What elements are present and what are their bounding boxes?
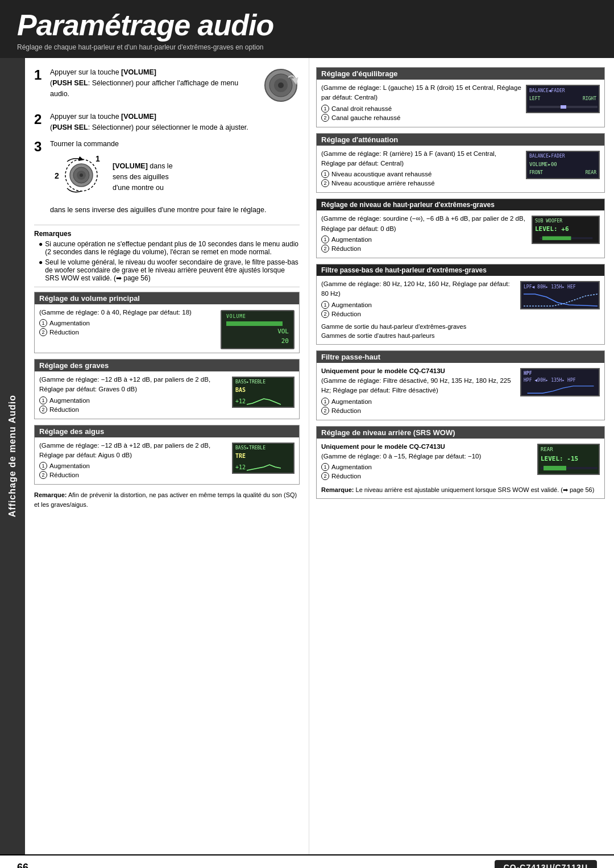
hpf-range: (Gamme de réglage: Filtre désactivé, 90 …	[321, 377, 511, 394]
page-subtitle: Réglage de chaque haut-parleur et d'un h…	[17, 43, 597, 51]
sub-lpf-item-2: 2Réduction	[321, 309, 516, 319]
step-3: 3 Tourner la commande 2	[34, 139, 300, 216]
section-hpf-header: Filtre passe-haut	[317, 351, 604, 363]
attenuation-item-2: 2Niveau acoustique arrière rehaussé	[321, 179, 521, 188]
section-volume-header: Réglage du volume principal	[35, 292, 299, 304]
equilibrage-screen: BALANCE◀FADER LEFTRIGHT	[526, 83, 600, 113]
svg-point-10	[80, 173, 83, 177]
hpf-subtitle: Uniquement pour le modèle CQ-C7413U	[321, 366, 516, 376]
page-title: Paramétrage audio	[17, 10, 597, 40]
remarks-title: Remarques	[34, 230, 300, 238]
volume-range: (Gamme de réglage: 0 à 40, Réglage par d…	[39, 309, 192, 316]
sidebar-label: Affichage de menu Audio	[7, 395, 18, 517]
volume-item-1: 1Augmentation	[39, 319, 216, 328]
attenuation-screen: BALANCE▸FADER VOLUME▸00 FRONTREAR	[526, 149, 600, 179]
equilibrage-range: (Gamme de réglage: L (gauche) 15 à R (dr…	[321, 84, 521, 101]
svg-point-3	[278, 82, 284, 88]
svg-rect-16	[544, 466, 566, 470]
step-1: 1 Appuyer sur la touche [VOLUME] (PUSH S…	[34, 67, 300, 106]
aigus-item-2: 2Réduction	[39, 470, 227, 480]
sidebar: Affichage de menu Audio	[0, 58, 25, 854]
model-badge: CQ-C7413U/C7113U	[495, 860, 597, 868]
section-graves: Réglage des graves (Gamme de réglage: −1…	[34, 359, 300, 419]
steps-section: 1 Appuyer sur la touche [VOLUME] (PUSH S…	[34, 67, 300, 216]
svg-rect-14	[542, 236, 571, 240]
rear-note: Remarque: Le niveau arrière est ajustabl…	[321, 485, 600, 495]
section-attenuation-body: (Gamme de réglage: R (arrière) 15 à F (a…	[317, 146, 604, 193]
page-footer: 66 CQ-C7413U/C7113U	[0, 854, 614, 868]
lpf-screen: LPF◀ 80H▸ 135H▸ HEF	[520, 279, 600, 309]
hpf-item-2: 2Réduction	[321, 406, 516, 415]
equilibrage-item-2: 2Canal gauche rehaussé	[321, 113, 521, 122]
graves-screen: BASS▸TREBLE BAS +12	[232, 375, 294, 408]
right-column: Réglage d'équilibrage (Gamme de réglage:…	[309, 58, 614, 854]
section-subwoofer-lpf-body: (Gamme de réglage: 80 Hz, 120 Hz, 160 Hz…	[317, 276, 604, 344]
equilibrage-item-1: 1Canal droit rehaussé	[321, 104, 521, 113]
svg-text:2: 2	[55, 171, 59, 180]
remark-2-text: Seul le volume général, le niveau du woo…	[45, 258, 300, 282]
main-layout: Affichage de menu Audio 1 Appuyer sur la…	[0, 58, 614, 854]
step-3-text-detail: [VOLUME] dans lesens des aiguillesd'une …	[113, 161, 173, 193]
left-column: 1 Appuyer sur la touche [VOLUME] (PUSH S…	[25, 58, 309, 854]
section-subwoofer-level-header: Réglage de niveau de haut-parleur d'extr…	[317, 199, 604, 210]
rear-screen: REAR LEVEL: -15	[537, 442, 600, 475]
section-aigus: Réglage des aigus (Gamme de réglage: −12…	[34, 425, 300, 485]
hpf-item-1: 1Augmentation	[321, 397, 516, 406]
sub-level-item-2: 2Réduction	[321, 244, 527, 253]
rear-range: (Gamme de réglage: 0 à −15, Réglage par …	[321, 453, 481, 460]
sub-lpf-item-1: 1Augmentation	[321, 300, 516, 309]
step-2-content: Appuyer sur la touche [VOLUME] (PUSH SEL…	[50, 111, 300, 133]
section-attenuation-header: Réglage d'atténuation	[317, 134, 604, 146]
rear-subtitle: Uniquement pour le modèle CQ-C7413U	[321, 442, 533, 452]
section-rear-level: Réglage de niveau arrière (SRS WOW) Uniq…	[316, 426, 605, 499]
volume-screen: VOLUME VOL20	[221, 308, 294, 349]
graves-range: (Gamme de réglage: −12 dB à +12 dB, par …	[39, 376, 210, 392]
sub-level-range: (Gamme de réglage: sourdine (−∞), −6 dB …	[321, 215, 525, 232]
rear-item-1: 1Augmentation	[321, 462, 533, 472]
graves-item-1: 1Augmentation	[39, 396, 227, 405]
rear-item-2: 2Réduction	[321, 472, 533, 481]
section-volume-body: (Gamme de réglage: 0 à 40, Réglage par d…	[35, 304, 299, 353]
section-hpf-body: Uniquement pour le modèle CQ-C7413U (Gam…	[317, 363, 604, 420]
page-number: 66	[17, 862, 28, 869]
section-rear-level-header: Réglage de niveau arrière (SRS WOW)	[317, 427, 604, 439]
attenuation-range: (Gamme de réglage: R (arrière) 15 à F (a…	[321, 150, 496, 167]
section-subwoofer-level-body: (Gamme de réglage: sourdine (−∞), −6 dB …	[317, 210, 604, 258]
remark-1-text: Si aucune opération ne s'effectue pendan…	[45, 240, 300, 256]
section-aigus-body: (Gamme de réglage: −12 dB à +12 dB, par …	[35, 437, 299, 485]
content-area: 1 Appuyer sur la touche [VOLUME] (PUSH S…	[25, 58, 614, 854]
step-1-num: 1	[34, 67, 45, 84]
step-1-image	[263, 67, 300, 106]
section-attenuation: Réglage d'atténuation (Gamme de réglage:…	[316, 133, 605, 193]
section-equilibrage-body: (Gamme de réglage: L (gauche) 15 à R (dr…	[317, 80, 604, 127]
svg-text:1: 1	[96, 154, 100, 163]
sub-level-item-1: 1Augmentation	[321, 235, 527, 244]
hpf-screen: HPF HPF ◀90H▸ 135H▸ HPF	[520, 366, 600, 396]
section-equilibrage: Réglage d'équilibrage (Gamme de réglage:…	[316, 67, 605, 127]
step-1-content: Appuyer sur la touche [VOLUME] (PUSH SEL…	[50, 67, 257, 99]
volume-item-2: 2Réduction	[39, 328, 216, 337]
step-3-content: Tourner la commande 2 1	[50, 139, 300, 216]
remark-1: Si aucune opération ne s'effectue pendan…	[39, 240, 300, 256]
step-3-num: 3	[34, 139, 45, 155]
aigus-item-1: 1Augmentation	[39, 461, 227, 470]
section-subwoofer-level: Réglage de niveau de haut-parleur d'extr…	[316, 199, 605, 258]
section-hpf: Filtre passe-haut Uniquement pour le mod…	[316, 350, 605, 420]
section-equilibrage-header: Réglage d'équilibrage	[317, 68, 604, 80]
svg-rect-12	[561, 105, 566, 109]
aigus-range: (Gamme de réglage: −12 dB à +12 dB, par …	[39, 442, 210, 458]
page-header: Paramétrage audio Réglage de chaque haut…	[0, 0, 614, 58]
section-graves-body: (Gamme de réglage: −12 dB à +12 dB, par …	[35, 371, 299, 419]
section-subwoofer-lpf-header: Filtre passe-bas de haut-parleur d'extrê…	[317, 264, 604, 276]
subwoofer-screen: SUB WOOFER LEVEL: +6	[532, 214, 600, 244]
graves-item-2: 2Réduction	[39, 405, 227, 414]
step-2-num: 2	[34, 111, 45, 128]
section-volume: Réglage du volume principal (Gamme de ré…	[34, 292, 300, 353]
section-rear-level-body: Uniquement pour le modèle CQ-C7413U (Gam…	[317, 439, 604, 498]
aigus-screen: BASS▸TREBLE TRE +12	[232, 441, 294, 474]
attenuation-item-1: 1Niveau acoustique avant rehaussé	[321, 170, 521, 179]
sub-lpf-range: (Gamme de réglage: 80 Hz, 120 Hz, 160 Hz…	[321, 280, 510, 297]
section-aigus-header: Réglage des aigus	[35, 425, 299, 437]
section-graves-header: Réglage des graves	[35, 359, 299, 371]
remarks-box: Remarques Si aucune opération ne s'effec…	[34, 225, 300, 282]
